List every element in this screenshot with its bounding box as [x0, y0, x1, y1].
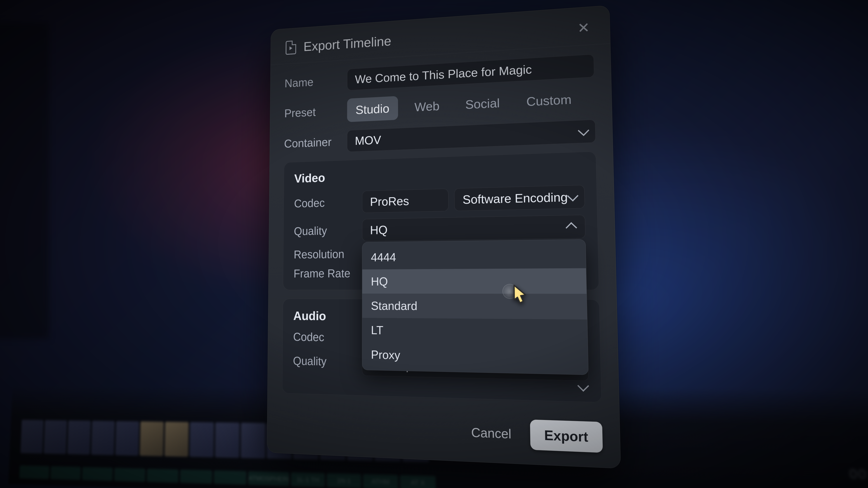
- track-label: [214, 470, 246, 485]
- timeline-thumb: [215, 422, 239, 458]
- video-quality-select[interactable]: HQ: [362, 215, 586, 241]
- video-section-title: Video: [294, 162, 584, 186]
- video-quality-value: HQ: [370, 223, 388, 237]
- quality-option-lt[interactable]: LT: [362, 318, 588, 346]
- audio-bitrate-select[interactable]: 192 kbps: [362, 353, 589, 381]
- timeline-thumb: [21, 420, 43, 453]
- video-resolution-label: Resolution: [293, 248, 352, 261]
- audio-section-title: Audio: [293, 308, 587, 325]
- track-label: [147, 469, 178, 483]
- video-encoding-select[interactable]: Software Encoding: [454, 185, 585, 211]
- track-label: [114, 468, 145, 482]
- chevron-down-icon: [578, 125, 589, 136]
- export-dialog: Export Timeline ✕ Name We Come to This P…: [267, 5, 621, 468]
- export-button[interactable]: Export: [530, 420, 603, 453]
- timeline-thumb: [190, 422, 214, 457]
- video-framerate-label: Frame Rate: [293, 267, 352, 280]
- track-label: 1L-1 TH: [291, 473, 325, 487]
- track-label: [82, 467, 113, 481]
- preset-segmented: Studio Web Social Custom: [347, 86, 595, 122]
- close-icon: ✕: [577, 21, 590, 35]
- preset-social[interactable]: Social: [456, 90, 509, 117]
- video-quality-label: Quality: [294, 224, 352, 237]
- container-select[interactable]: MOV: [347, 120, 596, 152]
- chevron-down-icon[interactable]: [577, 380, 589, 392]
- preset-label: Preset: [284, 104, 338, 120]
- container-value: MOV: [355, 133, 381, 147]
- file-video-icon: [286, 40, 296, 55]
- dialog-title: Export Timeline: [303, 33, 391, 54]
- chevron-down-icon: [567, 190, 579, 201]
- close-button[interactable]: ✕: [575, 19, 592, 37]
- quality-option-4444[interactable]: 4444: [362, 242, 586, 269]
- track-label: 1N-1: [327, 473, 361, 488]
- track-label: [180, 470, 212, 484]
- timeline-timecode: 00:00:30:00: [849, 466, 868, 484]
- video-section: Video Codec ProRes Software Encoding: [283, 151, 599, 290]
- video-codec-label: Codec: [294, 196, 352, 210]
- name-input-value: We Come to This Place for Magic: [355, 62, 532, 86]
- preset-studio[interactable]: Studio: [347, 96, 398, 122]
- cancel-button[interactable]: Cancel: [464, 419, 519, 447]
- chevron-up-icon: [565, 222, 577, 233]
- video-encoding-value: Software Encoding: [463, 190, 568, 206]
- name-input[interactable]: We Come to This Place for Magic: [347, 54, 594, 90]
- audio-quality-label: Quality: [293, 354, 352, 369]
- track-label: AT X: [400, 475, 436, 488]
- track-label: [51, 466, 81, 480]
- name-label: Name: [285, 74, 338, 90]
- quality-option-proxy[interactable]: Proxy: [362, 342, 588, 371]
- video-codec-value: ProRes: [370, 194, 409, 208]
- audio-section: Audio Codec Quality 192 kbps: [282, 299, 602, 402]
- timeline-thumb: [164, 422, 188, 457]
- preset-custom[interactable]: Custom: [517, 86, 581, 114]
- video-codec-select[interactable]: ProRes: [362, 189, 448, 213]
- timeline-thumb: [140, 421, 164, 456]
- timeline-thumb: [241, 423, 266, 458]
- track-label: ATMOSPHERI: [248, 471, 289, 486]
- timeline-thumb: [91, 421, 115, 455]
- timeline-thumb: [67, 420, 91, 455]
- container-label: Container: [284, 135, 338, 150]
- quality-option-hq[interactable]: HQ: [362, 268, 587, 294]
- preset-web[interactable]: Web: [406, 93, 448, 119]
- audio-codec-label: Codec: [293, 330, 352, 344]
- quality-option-standard[interactable]: Standard: [362, 293, 587, 320]
- timeline-thumb: [44, 420, 67, 454]
- track-label: ATHM: [363, 474, 398, 488]
- track-label: [20, 466, 49, 479]
- video-quality-dropdown: 4444 HQ Standard LT Proxy: [362, 239, 589, 375]
- timeline-thumb: [115, 421, 139, 456]
